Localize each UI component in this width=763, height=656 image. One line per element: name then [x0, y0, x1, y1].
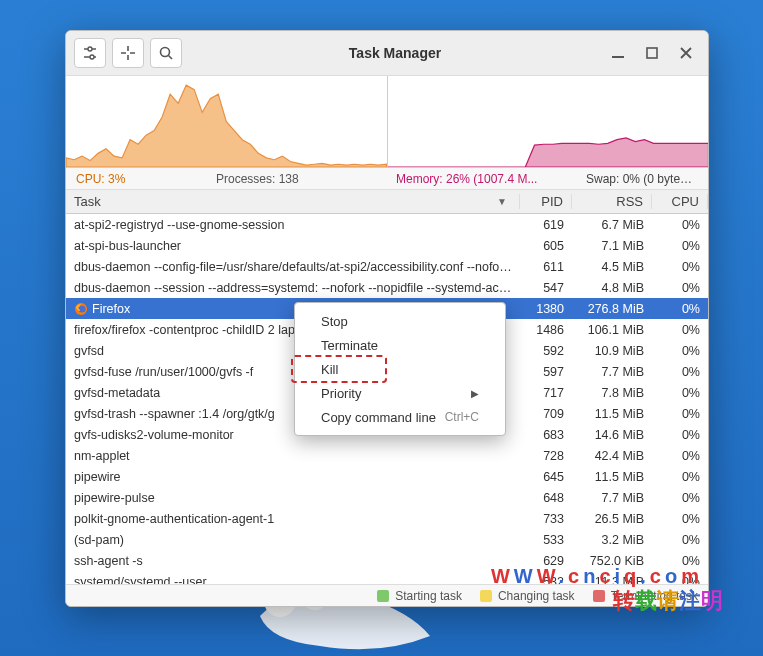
table-row[interactable]: systemd/systemd --user53211.3 MiB0%: [66, 571, 708, 584]
cell-rss: 26.5 MiB: [572, 512, 652, 526]
cell-rss: 7.1 MiB: [572, 239, 652, 253]
legend-changing: Changing task: [480, 589, 575, 603]
menu-stop[interactable]: Stop: [295, 309, 505, 333]
search-button[interactable]: [150, 38, 182, 68]
cell-cpu: 0%: [652, 407, 708, 421]
maximize-button[interactable]: [642, 43, 662, 63]
cpu-chart: [66, 76, 388, 167]
cell-task: dbus-daemon --config-file=/usr/share/def…: [66, 260, 520, 274]
table-row[interactable]: pipewire-pulse6487.7 MiB0%: [66, 487, 708, 508]
table-row[interactable]: at-spi2-registryd --use-gnome-session619…: [66, 214, 708, 235]
cell-rss: 11.3 MiB: [572, 575, 652, 585]
column-header-pid[interactable]: PID: [520, 194, 572, 209]
stats-row: CPU: 3% Processes: 138 Memory: 26% (1007…: [66, 168, 708, 190]
cell-task: pipewire-pulse: [66, 491, 520, 505]
cell-rss: 276.8 MiB: [572, 302, 652, 316]
cell-rss: 7.8 MiB: [572, 386, 652, 400]
menu-copy-command-line[interactable]: Copy command line Ctrl+C: [295, 405, 505, 429]
cell-pid: 611: [520, 260, 572, 274]
cell-task: dbus-daemon --session --address=systemd:…: [66, 281, 520, 295]
legend-starting: Starting task: [377, 589, 462, 603]
column-header-task[interactable]: Task ▼: [66, 194, 520, 209]
column-header-cpu[interactable]: CPU: [652, 194, 708, 209]
cell-cpu: 0%: [652, 239, 708, 253]
cell-task: nm-applet: [66, 449, 520, 463]
table-row[interactable]: polkit-gnome-authentication-agent-173326…: [66, 508, 708, 529]
settings-button[interactable]: [74, 38, 106, 68]
cell-pid: 619: [520, 218, 572, 232]
cell-pid: 683: [520, 428, 572, 442]
cell-pid: 717: [520, 386, 572, 400]
menu-kill[interactable]: Kill: [295, 357, 505, 381]
cell-task: systemd/systemd --user: [66, 575, 520, 585]
svg-rect-3: [612, 56, 624, 58]
cell-task: polkit-gnome-authentication-agent-1: [66, 512, 520, 526]
stat-memory: Memory: 26% (1007.4 M...: [386, 172, 576, 186]
minimize-icon: [612, 47, 624, 59]
legend-terminating: Terminating task: [593, 589, 698, 603]
stat-cpu: CPU: 3%: [66, 172, 206, 186]
table-row[interactable]: at-spi-bus-launcher6057.1 MiB0%: [66, 235, 708, 256]
legend-row: Starting task Changing task Terminating …: [66, 584, 708, 606]
svg-rect-4: [647, 48, 657, 58]
cell-rss: 10.9 MiB: [572, 344, 652, 358]
cell-pid: 648: [520, 491, 572, 505]
cell-cpu: 0%: [652, 344, 708, 358]
process-context-menu: Stop Terminate Kill Priority ▶ Copy comm…: [294, 302, 506, 436]
svg-point-6: [78, 305, 85, 312]
cell-cpu: 0%: [652, 386, 708, 400]
stat-swap: Swap: 0% (0 bytes / 1.9 ...: [576, 172, 708, 186]
menu-priority[interactable]: Priority ▶: [295, 381, 505, 405]
cell-rss: 106.1 MiB: [572, 323, 652, 337]
column-header-rss[interactable]: RSS: [572, 194, 652, 209]
sort-indicator-icon: ▼: [497, 196, 507, 207]
cell-task: at-spi-bus-launcher: [66, 239, 520, 253]
svg-point-2: [161, 48, 170, 57]
cell-cpu: 0%: [652, 554, 708, 568]
table-row[interactable]: dbus-daemon --session --address=systemd:…: [66, 277, 708, 298]
table-row[interactable]: ssh-agent -s629752.0 KiB0%: [66, 550, 708, 571]
cell-pid: 547: [520, 281, 572, 295]
cell-rss: 4.5 MiB: [572, 260, 652, 274]
cell-cpu: 0%: [652, 449, 708, 463]
cell-cpu: 0%: [652, 323, 708, 337]
cell-rss: 4.8 MiB: [572, 281, 652, 295]
legend-changing-swatch: [480, 590, 492, 602]
submenu-arrow-icon: ▶: [471, 388, 479, 399]
memory-chart: [388, 76, 709, 167]
cell-pid: 532: [520, 575, 572, 585]
cell-rss: 6.7 MiB: [572, 218, 652, 232]
close-icon: [680, 47, 692, 59]
crosshair-button[interactable]: [112, 38, 144, 68]
window-title: Task Manager: [190, 45, 600, 61]
cell-cpu: 0%: [652, 428, 708, 442]
cell-cpu: 0%: [652, 302, 708, 316]
table-row[interactable]: dbus-daemon --config-file=/usr/share/def…: [66, 256, 708, 277]
kill-annotation-highlight: [291, 355, 387, 383]
cell-rss: 752.0 KiB: [572, 554, 652, 568]
cell-cpu: 0%: [652, 533, 708, 547]
menu-terminate[interactable]: Terminate: [295, 333, 505, 357]
minimize-button[interactable]: [608, 43, 628, 63]
maximize-icon: [646, 47, 658, 59]
firefox-icon: [74, 302, 88, 316]
table-row[interactable]: pipewire64511.5 MiB0%: [66, 466, 708, 487]
cell-pid: 1380: [520, 302, 572, 316]
cell-pid: 733: [520, 512, 572, 526]
settings-icon: [82, 45, 98, 61]
cell-cpu: 0%: [652, 281, 708, 295]
cell-cpu: 0%: [652, 470, 708, 484]
cell-rss: 3.2 MiB: [572, 533, 652, 547]
cell-rss: 7.7 MiB: [572, 491, 652, 505]
table-header: Task ▼ PID RSS CPU: [66, 190, 708, 214]
table-row[interactable]: (sd-pam)5333.2 MiB0%: [66, 529, 708, 550]
table-row[interactable]: nm-applet72842.4 MiB0%: [66, 445, 708, 466]
legend-starting-swatch: [377, 590, 389, 602]
cell-rss: 11.5 MiB: [572, 470, 652, 484]
close-button[interactable]: [676, 43, 696, 63]
cell-task: (sd-pam): [66, 533, 520, 547]
cell-pid: 629: [520, 554, 572, 568]
cell-rss: 42.4 MiB: [572, 449, 652, 463]
cell-cpu: 0%: [652, 512, 708, 526]
crosshair-icon: [120, 45, 136, 61]
